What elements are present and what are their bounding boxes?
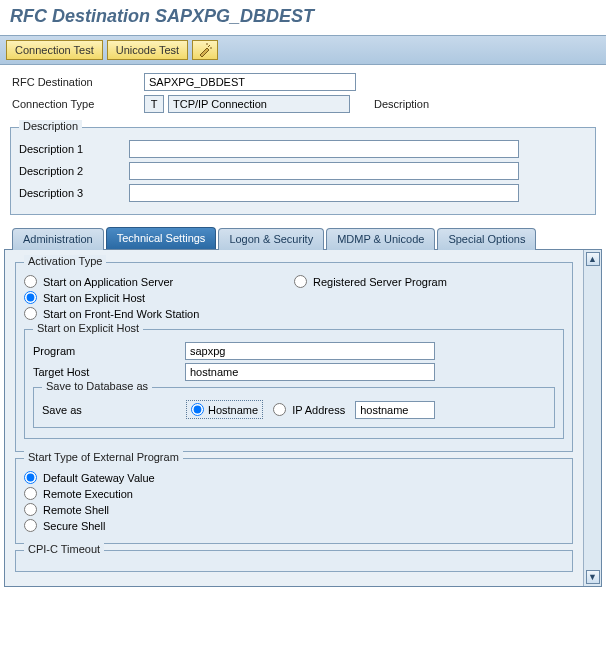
tab-administration[interactable]: Administration <box>12 228 104 250</box>
tab-special-options[interactable]: Special Options <box>437 228 536 250</box>
radio-save-ip[interactable]: IP Address <box>273 403 345 416</box>
unicode-test-button[interactable]: Unicode Test <box>107 40 188 60</box>
radio-secure-shell-label: Secure Shell <box>43 520 105 532</box>
page-title: RFC Destination SAPXPG_DBDEST <box>0 0 606 36</box>
scroll-down-icon[interactable]: ▼ <box>586 570 600 584</box>
radio-start-explicit-host[interactable]: Start on Explicit Host <box>24 291 294 304</box>
rfc-destination-field[interactable] <box>144 73 356 91</box>
radio-default-gateway[interactable]: Default Gateway Value <box>24 471 564 484</box>
save-db-title: Save to Database as <box>42 380 152 392</box>
target-host-label: Target Host <box>33 366 185 378</box>
radio-save-hostname-label: Hostname <box>208 404 258 416</box>
radio-remote-execution-label: Remote Execution <box>43 488 133 500</box>
save-as-value-field[interactable] <box>355 401 435 419</box>
program-field[interactable] <box>185 342 435 360</box>
connection-type-label: Connection Type <box>12 98 144 110</box>
tab-mdmp-unicode[interactable]: MDMP & Unicode <box>326 228 435 250</box>
radio-start-app-server[interactable]: Start on Application Server <box>24 275 294 288</box>
radio-start-app-server-label: Start on Application Server <box>43 276 173 288</box>
radio-start-explicit-host-label: Start on Explicit Host <box>43 292 145 304</box>
tab-panel: Activation Type Start on Application Ser… <box>4 249 602 587</box>
radio-save-ip-label: IP Address <box>292 404 345 416</box>
tab-technical-settings[interactable]: Technical Settings <box>106 227 217 249</box>
save-db-group: Save to Database as Save as Hostname IP … <box>33 387 555 428</box>
description2-label: Description 2 <box>19 165 129 177</box>
description3-field[interactable] <box>129 184 519 202</box>
radio-save-hostname[interactable]: Hostname <box>186 400 263 419</box>
radio-start-frontend[interactable]: Start on Front-End Work Station <box>24 307 294 320</box>
explicit-host-title: Start on Explicit Host <box>33 322 143 334</box>
description-group-title: Description <box>19 120 82 132</box>
explicit-host-group: Start on Explicit Host Program Target Ho… <box>24 329 564 439</box>
start-type-group: Start Type of External Program Default G… <box>15 458 573 544</box>
header-fields: RFC Destination Connection Type Descript… <box>0 65 606 121</box>
description2-field[interactable] <box>129 162 519 180</box>
connection-type-code-field[interactable] <box>144 95 164 113</box>
program-label: Program <box>33 345 185 357</box>
radio-registered-server[interactable]: Registered Server Program <box>294 275 564 288</box>
tab-logon-security[interactable]: Logon & Security <box>218 228 324 250</box>
activation-type-group: Activation Type Start on Application Ser… <box>15 262 573 452</box>
save-as-label: Save as <box>42 404 182 416</box>
cpic-timeout-group: CPI-C Timeout <box>15 550 573 572</box>
radio-secure-shell[interactable]: Secure Shell <box>24 519 564 532</box>
cpic-timeout-title: CPI-C Timeout <box>24 543 104 555</box>
radio-registered-server-label: Registered Server Program <box>313 276 447 288</box>
toolbar: Connection Test Unicode Test <box>0 36 606 65</box>
start-type-title: Start Type of External Program <box>24 451 183 463</box>
activation-type-title: Activation Type <box>24 255 106 267</box>
scroll-up-icon[interactable]: ▲ <box>586 252 600 266</box>
connection-test-button[interactable]: Connection Test <box>6 40 103 60</box>
radio-default-gateway-label: Default Gateway Value <box>43 472 155 484</box>
radio-remote-execution[interactable]: Remote Execution <box>24 487 564 500</box>
description-header-label: Description <box>374 98 429 110</box>
radio-remote-shell-label: Remote Shell <box>43 504 109 516</box>
vertical-scrollbar[interactable]: ▲ ▼ <box>583 250 601 586</box>
radio-start-frontend-label: Start on Front-End Work Station <box>43 308 199 320</box>
description-group: Description Description 1 Description 2 … <box>10 127 596 215</box>
connection-type-text-field <box>168 95 350 113</box>
tabstrip: Administration Technical Settings Logon … <box>4 227 602 249</box>
rfc-destination-label: RFC Destination <box>12 76 144 88</box>
target-host-field[interactable] <box>185 363 435 381</box>
description1-label: Description 1 <box>19 143 129 155</box>
check-icon-button[interactable] <box>192 40 218 60</box>
radio-remote-shell[interactable]: Remote Shell <box>24 503 564 516</box>
description3-label: Description 3 <box>19 187 129 199</box>
description1-field[interactable] <box>129 140 519 158</box>
wand-icon <box>198 43 212 57</box>
